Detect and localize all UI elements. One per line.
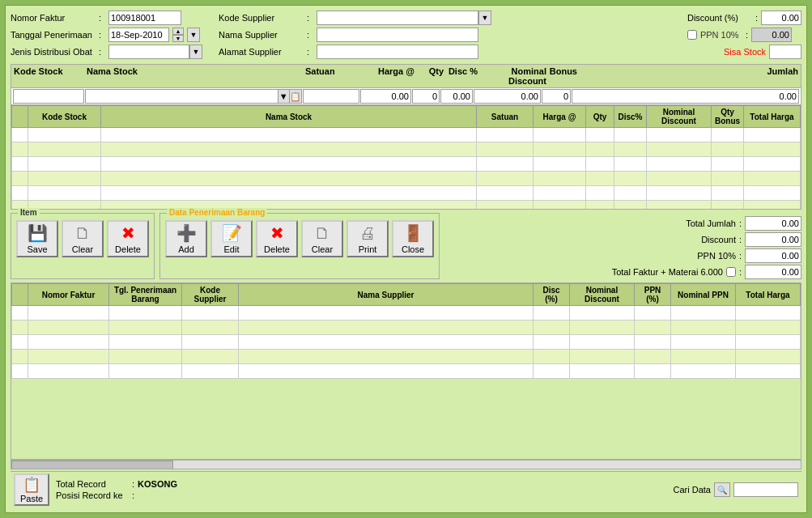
bth-kode-supplier: Kode Supplier	[182, 284, 239, 306]
col-label-bonus: Bonus	[547, 66, 578, 87]
jumlah-row-input[interactable]	[572, 89, 799, 104]
delete-item-button[interactable]: ✖ Delete	[107, 220, 149, 257]
bth-nama-supplier: Nama Supplier	[239, 284, 534, 306]
horizontal-scrollbar[interactable]	[11, 460, 801, 469]
bottom-table-row	[12, 364, 801, 379]
col-label-kode-stock: Kode Stock	[13, 66, 86, 87]
th-qty: Qty	[586, 106, 614, 128]
qty-row-input[interactable]	[412, 89, 440, 104]
cari-data-button[interactable]: 🔍	[714, 482, 730, 497]
colon1: :	[99, 13, 105, 23]
add-label: Add	[178, 244, 194, 254]
bonus-row-input[interactable]	[542, 89, 571, 104]
print-button[interactable]: 🖨 Print	[346, 220, 389, 257]
bth-nominal-ppn: Nominal PPN	[671, 284, 736, 306]
edit-label: Edit	[224, 244, 240, 254]
table-row	[12, 186, 801, 201]
total-faktur-checkbox[interactable]	[726, 267, 736, 277]
summary-discount-label: Discount	[614, 235, 736, 244]
edit-button[interactable]: 📝 Edit	[210, 220, 253, 257]
bottom-table-row	[12, 350, 801, 364]
clear-icon: 🗋	[314, 224, 330, 243]
bottom-table-row	[12, 306, 801, 321]
discount-pct-label: Discount (%)	[687, 13, 752, 23]
tanggal-penerimaan-label: Tanggal Penerimaan	[11, 30, 96, 40]
cari-data-label: Cari Data	[674, 485, 711, 495]
kode-supplier-container: ▼	[317, 11, 491, 25]
nama-stock-icon[interactable]: 📋	[289, 89, 302, 104]
close-button[interactable]: 🚪 Close	[392, 220, 434, 257]
clear-item-icon: 🗋	[74, 224, 91, 243]
add-button[interactable]: ➕ Add	[165, 220, 207, 257]
colon2: :	[99, 30, 105, 40]
ppn-checkbox[interactable]	[687, 30, 697, 40]
ppn-input	[751, 28, 792, 42]
table-row	[12, 128, 801, 142]
clear-item-button[interactable]: 🗋 Clear	[62, 220, 104, 257]
satuan-row-input[interactable]	[303, 89, 359, 104]
kode-supplier-arrow[interactable]: ▼	[478, 11, 491, 25]
bth-tgl-penerimaan: Tgl. Penerimaan Barang	[109, 284, 182, 306]
nama-stock-dropdown[interactable]: ▼	[278, 89, 290, 104]
nominal-disc-row-input[interactable]	[474, 89, 541, 104]
bth-nominal-discount: Nominal Discount	[570, 284, 635, 306]
paste-button[interactable]: 📋 Paste	[14, 473, 49, 506]
clear-item-label: Clear	[72, 244, 93, 254]
harga-row-input[interactable]	[360, 89, 411, 104]
total-record-value: KOSONG	[138, 479, 177, 489]
summary-ppn-input[interactable]	[745, 248, 801, 263]
nama-supplier-input[interactable]	[317, 28, 478, 42]
col-label-disc: Disc %	[444, 66, 478, 87]
close-label: Close	[402, 244, 424, 254]
cari-data-input[interactable]	[733, 482, 798, 497]
alamat-supplier-input[interactable]	[317, 45, 478, 59]
jenis-distribusi-arrow[interactable]: ▼	[189, 45, 202, 59]
total-faktur-label: Total Faktur + Materai 6.000	[612, 267, 723, 277]
nomor-faktur-input[interactable]	[108, 11, 181, 25]
total-jumlah-label: Total Jumlah	[614, 219, 736, 228]
table-row	[12, 172, 801, 186]
date-spinner[interactable]: ▲ ▼	[172, 28, 184, 42]
sisa-stock-input[interactable]	[769, 45, 801, 59]
alamat-supplier-label: Alamat Supplier	[219, 47, 304, 57]
summary-discount-input[interactable]	[745, 232, 801, 247]
col-label-nominal-disc: Nominal Discount	[478, 66, 547, 87]
th-satuan: Satuan	[477, 106, 534, 128]
save-button[interactable]: 💾 Save	[16, 220, 58, 257]
colon3: :	[99, 47, 105, 57]
th-nama-stock: Nama Stock	[101, 106, 477, 128]
col-label-nama-stock: Nama Stock	[86, 66, 304, 87]
print-icon: 🖨	[359, 224, 376, 243]
date-dropdown-arrow[interactable]: ▼	[187, 28, 200, 42]
jenis-distribusi-input[interactable]	[108, 45, 189, 59]
clear-button[interactable]: 🗋 Clear	[301, 220, 343, 257]
bth-ppn: PPN (%)	[635, 284, 671, 306]
tanggal-penerimaan-input[interactable]	[108, 28, 169, 42]
nomor-faktur-label: Nomor Faktur	[11, 13, 96, 23]
th-qty-bonus: Qty Bonus	[712, 106, 744, 128]
bth-total-harga: Total Harga	[736, 284, 801, 306]
bth-no	[12, 284, 28, 306]
kode-stock-row-input[interactable]	[13, 89, 84, 104]
delete-button[interactable]: ✖ Delete	[256, 220, 298, 257]
spin-down[interactable]: ▼	[172, 35, 184, 42]
item-legend-label: Item	[18, 208, 40, 217]
spin-up[interactable]: ▲	[172, 28, 184, 35]
disc-row-input[interactable]	[440, 89, 473, 104]
th-no	[12, 106, 28, 128]
total-faktur-input[interactable]	[745, 265, 801, 279]
delete-item-icon: ✖	[121, 223, 135, 243]
paste-label: Paste	[20, 494, 43, 503]
col-label-qty: Qty	[415, 66, 444, 87]
save-label: Save	[27, 244, 47, 254]
footer: 📋 Paste Total Record : KOSONG Posisi Rec…	[11, 471, 801, 507]
clear-label: Clear	[312, 244, 333, 254]
nama-stock-row-input[interactable]	[85, 89, 278, 104]
bottom-table-row	[12, 321, 801, 335]
kode-supplier-input[interactable]	[317, 11, 478, 25]
edit-icon: 📝	[222, 223, 242, 243]
items-table: Kode Stock Nama Stock Satuan Harga @ Qty…	[11, 105, 801, 210]
discount-input[interactable]	[761, 11, 801, 25]
total-jumlah-input[interactable]	[745, 216, 801, 231]
col-label-harga: Harga @	[363, 66, 415, 87]
